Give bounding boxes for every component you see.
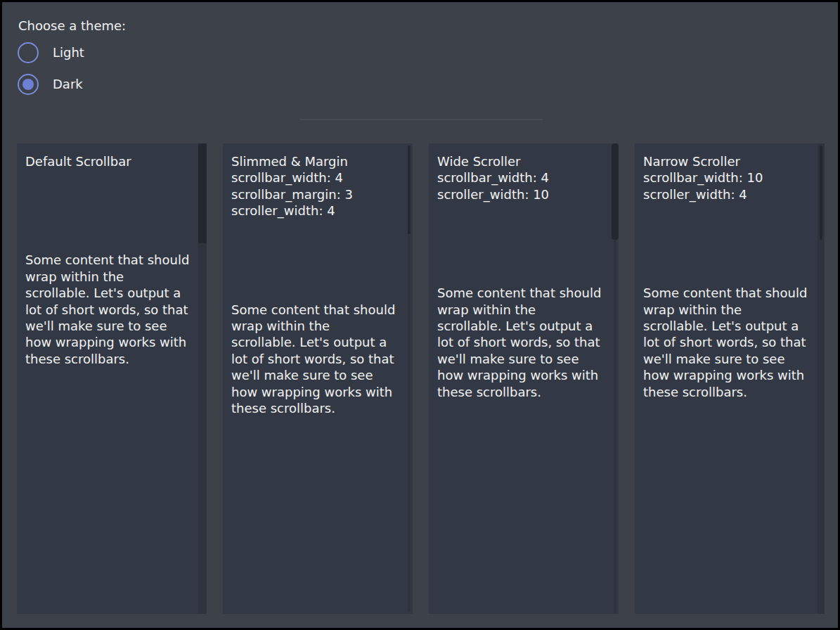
radio-option-light[interactable]: Light <box>18 42 84 63</box>
panel-body-text: Some content that should wrap within the… <box>25 252 191 367</box>
radio-label: Light <box>53 42 84 63</box>
panel-title-line: scrollbar_width: 4 <box>231 169 404 186</box>
radio-label: Dark <box>53 74 83 95</box>
radio-icon[interactable] <box>18 74 39 95</box>
panel-body-text: Some content that should wrap within the… <box>231 302 397 417</box>
panel-wide-scroller[interactable]: Wide Scroller scrollbar_width: 4 scrolle… <box>429 143 619 614</box>
panel-title-line: Wide Scroller <box>437 153 610 169</box>
panel-narrow-scroller[interactable]: Narrow Scroller scrollbar_width: 10 scro… <box>635 143 825 614</box>
panel-title-line: Narrow Scroller <box>643 153 816 169</box>
panel-body-text: Some content that should wrap within the… <box>437 285 603 400</box>
horizontal-divider <box>300 119 543 120</box>
scrollbar-thumb[interactable] <box>408 146 411 234</box>
panel-title: Default Scrollbar <box>17 143 207 169</box>
app-window: Choose a theme: Light Dark Default Scrol… <box>0 0 840 630</box>
panel-title-line: scrollbar_margin: 3 <box>231 186 404 202</box>
panel-title-line: scrollbar_width: 10 <box>643 169 816 186</box>
panel-default-scrollbar[interactable]: Default Scrollbar Some content that shou… <box>17 143 207 614</box>
panel-title: Narrow Scroller scrollbar_width: 10 scro… <box>635 143 825 202</box>
panel-title-line: Default Scrollbar <box>25 153 198 169</box>
panel-title-line: scroller_width: 4 <box>231 202 404 219</box>
panel-body-text: Some content that should wrap within the… <box>643 285 809 400</box>
scrollbar-thumb[interactable] <box>612 143 619 240</box>
panel-title-line: scroller_width: 10 <box>437 186 610 202</box>
panel-title: Wide Scroller scrollbar_width: 4 scrolle… <box>429 143 619 202</box>
scrollbar-demo-panels: Default Scrollbar Some content that shou… <box>17 143 825 614</box>
scrollbar-thumb[interactable] <box>820 146 822 240</box>
panel-title-line: scrollbar_width: 4 <box>437 169 610 186</box>
radio-option-dark[interactable]: Dark <box>18 74 83 95</box>
panel-slimmed-margin[interactable]: Slimmed & Margin scrollbar_width: 4 scro… <box>223 143 413 614</box>
panel-title-line: Slimmed & Margin <box>231 153 404 169</box>
radio-icon[interactable] <box>18 42 39 63</box>
radio-dot <box>22 79 34 90</box>
radio-dot <box>22 47 34 58</box>
scrollbar-thumb[interactable] <box>198 143 207 243</box>
panel-title-line: scroller_width: 4 <box>643 186 816 202</box>
panel-title: Slimmed & Margin scrollbar_width: 4 scro… <box>223 143 413 219</box>
theme-chooser-label: Choose a theme: <box>18 18 126 34</box>
